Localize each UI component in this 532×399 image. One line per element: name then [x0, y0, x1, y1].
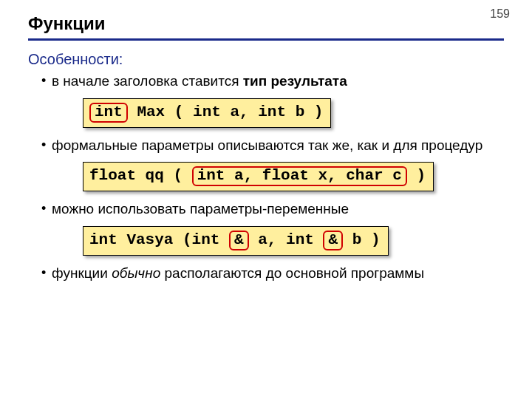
list-item: можно использовать параметры-переменные … — [41, 200, 504, 262]
code-text: int Vasya (int — [89, 231, 229, 248]
bullet-italic: обычно — [112, 265, 160, 281]
bullet-bold: тип результата — [243, 73, 347, 89]
highlight-box: & — [323, 231, 343, 250]
list-item: функции обычно располагаются до основной… — [41, 265, 504, 283]
bullet-text: можно использовать параметры-переменные — [52, 201, 349, 216]
page-number: 159 — [490, 7, 510, 21]
highlight-box: int a, float x, char c — [192, 166, 407, 186]
bullet-text: в начале заголовка ставится — [52, 73, 243, 89]
bullet-text: формальные параметры описываются так же,… — [52, 137, 482, 153]
list-item: формальные параметры описываются так же,… — [41, 137, 504, 198]
code-text: a, int — [249, 231, 324, 248]
code-block-2: float qq ( int a, float x, char c ) — [83, 162, 434, 191]
highlight-box: & — [229, 231, 249, 250]
bullet-text: функции — [52, 265, 112, 281]
code-text: b ) — [343, 231, 380, 248]
code-block-1: int Max ( int a, int b ) — [83, 98, 331, 128]
code-text: ) — [407, 167, 426, 184]
highlight-box: int — [89, 103, 128, 123]
page-title: Функции — [28, 13, 504, 41]
code-text: float qq ( — [89, 167, 192, 184]
code-block-3: int Vasya (int & a, int & b ) — [83, 226, 389, 256]
subheading: Особенности: — [28, 51, 504, 68]
bullet-list: в начале заголовка ставится тип результа… — [28, 72, 504, 283]
bullet-text: располагаются до основной программы — [160, 265, 424, 281]
code-text: Max ( int a, int b ) — [128, 103, 324, 120]
list-item: в начале заголовка ставится тип результа… — [41, 72, 504, 134]
